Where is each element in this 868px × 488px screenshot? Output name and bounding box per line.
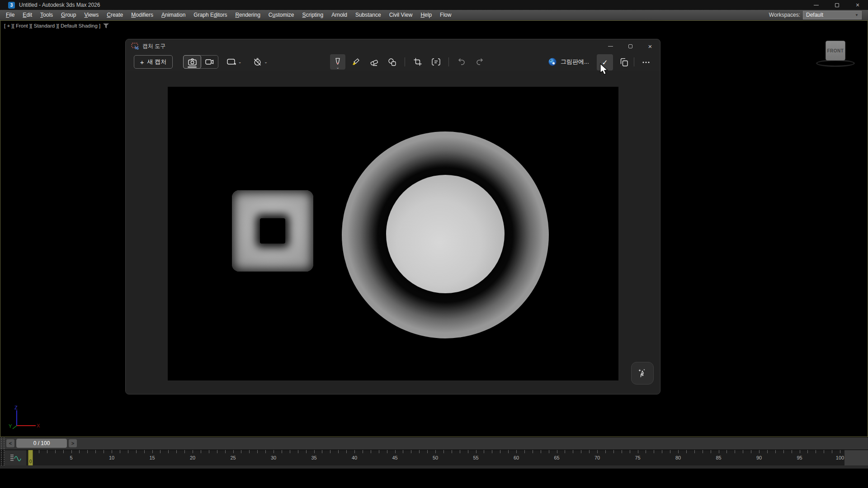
menu-item-flow[interactable]: Flow <box>436 10 455 20</box>
time-slider-track[interactable] <box>0 437 868 450</box>
ruler-tick <box>112 450 112 453</box>
shapes-button[interactable] <box>384 54 400 70</box>
ruler-tick <box>201 450 201 453</box>
toolbar-divider <box>448 57 449 66</box>
ruler-tick <box>500 450 500 453</box>
snip-delay-dropdown[interactable]: ⌄ <box>250 54 271 70</box>
menu-item-substance[interactable]: Substance <box>351 10 385 20</box>
video-camera-icon <box>205 59 214 65</box>
viewcube[interactable]: FRONT <box>815 38 856 70</box>
ruler-tick <box>605 450 606 453</box>
open-mini-curve-editor-button[interactable] <box>5 450 26 465</box>
menu-item-edit[interactable]: Edit <box>19 10 36 20</box>
ruler-tick <box>55 450 56 453</box>
ruler-tick <box>694 450 695 453</box>
ruler-tick <box>775 450 776 453</box>
visual-search-button[interactable] <box>631 362 654 385</box>
ruler-label: 25 <box>230 455 236 460</box>
new-capture-button[interactable]: + 새 캡처 <box>134 55 173 69</box>
ruler-tick <box>87 450 88 453</box>
menu-items: FileEditToolsGroupViewsCreateModifiersAn… <box>0 10 455 20</box>
ruler-tick <box>840 450 840 453</box>
menu-item-modifiers[interactable]: Modifiers <box>127 10 157 20</box>
snip-maximize-button[interactable] <box>620 39 640 53</box>
minimize-icon <box>608 46 613 47</box>
ruler-tick <box>670 450 670 453</box>
crop-button[interactable] <box>410 54 425 70</box>
menu-item-create[interactable]: Create <box>103 10 127 20</box>
max-minimize-button[interactable] <box>806 0 826 10</box>
active-mode-indicator <box>188 66 197 68</box>
workspace-dropdown[interactable]: Default ▼ <box>803 11 862 19</box>
visual-search-icon <box>637 368 647 378</box>
snip-minimize-button[interactable] <box>600 39 620 53</box>
see-more-button[interactable] <box>637 54 655 70</box>
ballpoint-pen-button[interactable]: ⌄ <box>330 54 345 70</box>
ruler-label: 5 <box>70 455 72 460</box>
ruler-tick <box>290 450 290 453</box>
highlighter-button[interactable] <box>348 54 363 70</box>
filter-funnel-icon[interactable] <box>103 23 109 28</box>
max-restore-button[interactable] <box>826 0 847 10</box>
undo-button[interactable] <box>454 54 469 70</box>
menu-item-arnold[interactable]: Arnold <box>327 10 351 20</box>
shapes-icon <box>388 58 396 66</box>
toolbar-divider <box>405 57 405 66</box>
screenshot-mode-button[interactable] <box>183 55 201 69</box>
eraser-button[interactable] <box>366 54 382 70</box>
menu-item-rendering[interactable]: Rendering <box>231 10 264 20</box>
timeline-ruler[interactable]: 0510152025303540455055606570758085909510… <box>26 450 844 465</box>
ruler-tick <box>322 450 322 453</box>
ruler-tick <box>136 450 137 453</box>
ruler-label: 35 <box>311 455 316 460</box>
capture-mode-toggle <box>183 55 218 69</box>
menu-item-tools[interactable]: Tools <box>36 10 57 20</box>
ruler-label: 20 <box>190 455 195 460</box>
edit-in-paint-button[interactable]: 그림판에... <box>548 54 589 70</box>
menu-item-animation[interactable]: Animation <box>157 10 189 20</box>
ruler-tick <box>95 450 96 453</box>
snip-canvas <box>126 71 660 394</box>
menu-item-views[interactable]: Views <box>80 10 103 20</box>
workspaces-label: Workspaces: <box>769 12 800 18</box>
snip-close-button[interactable]: × <box>640 39 660 53</box>
text-actions-button[interactable] <box>428 54 443 70</box>
video-mode-button[interactable] <box>201 56 218 68</box>
ruler-tick <box>152 450 153 453</box>
menu-item-civil-view[interactable]: Civil View <box>385 10 417 20</box>
timeline-bottom-strip <box>0 465 868 469</box>
menu-item-help[interactable]: Help <box>416 10 436 20</box>
timer-off-icon <box>253 58 262 66</box>
menu-item-group[interactable]: Group <box>57 10 80 20</box>
menu-item-graph-editors[interactable]: Graph Editors <box>189 10 231 20</box>
ruler-tick <box>217 450 217 453</box>
snip-shape-dropdown[interactable]: ⌄ <box>223 54 245 70</box>
timeline-grip[interactable] <box>1 437 5 465</box>
ruler-label: 60 <box>514 455 519 460</box>
menu-item-customize[interactable]: Customize <box>264 10 298 20</box>
camera-icon <box>188 58 197 66</box>
viewport-label-menu[interactable]: [ + ][ Front ][ Standard ][ Default Shad… <box>4 23 109 28</box>
time-slider-handle[interactable]: 0 / 100 <box>16 439 67 448</box>
render-chamfer-box-hole <box>260 218 285 244</box>
ruler-tick <box>387 450 387 453</box>
viewcube-front-face[interactable]: FRONT <box>826 41 845 61</box>
previous-frame-button[interactable]: < <box>6 439 14 447</box>
ruler-tick <box>209 450 209 453</box>
edit-in-paint-label: 그림판에... <box>561 58 589 66</box>
ruler-tick <box>549 450 549 453</box>
redo-button[interactable] <box>472 54 487 70</box>
ruler-tick <box>678 450 679 453</box>
crop-icon <box>414 58 422 66</box>
next-arrow-glyph: > <box>71 441 74 446</box>
next-frame-button[interactable]: > <box>69 439 77 447</box>
menu-item-scripting[interactable]: Scripting <box>298 10 328 20</box>
max-close-button[interactable]: × <box>847 0 868 10</box>
workspace-value: Default <box>806 12 823 18</box>
menu-item-file[interactable]: File <box>2 10 19 20</box>
ruler-tick <box>516 450 517 453</box>
ruler-tick <box>168 450 169 453</box>
current-frame-marker[interactable]: 0 <box>28 450 33 465</box>
copy-button[interactable] <box>616 54 632 70</box>
ruler-tick <box>298 450 298 453</box>
